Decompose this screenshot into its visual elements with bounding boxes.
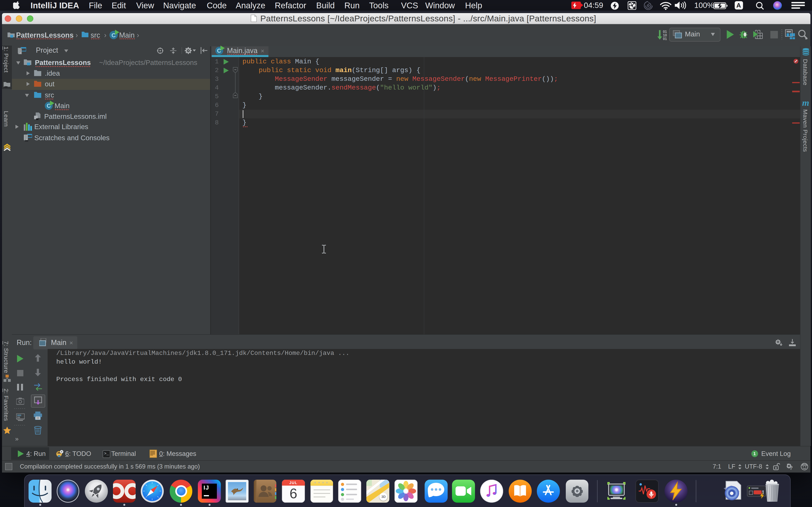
svg-text:01: 01 [663, 30, 667, 34]
svg-text:01: 01 [663, 37, 667, 40]
svg-text:?: ? [789, 465, 793, 470]
svg-text:10: 10 [663, 33, 667, 37]
